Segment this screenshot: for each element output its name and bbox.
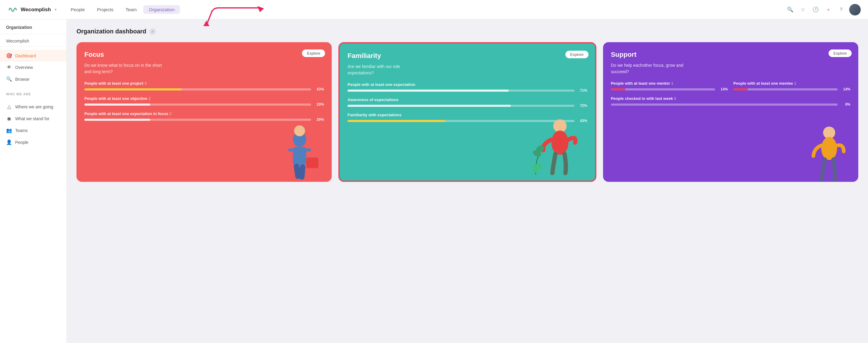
logo-caret[interactable]: ▾ [55,7,57,12]
sidebar-section-items: △ Where we are going ◉ What we stand for… [0,98,66,151]
sidebar-item-browse[interactable]: 🔍 Browse [0,73,66,85]
logo-text: Wecomplish [21,7,51,13]
logo[interactable]: Wecomplish ▾ [7,4,57,15]
familiarity-title: Familiarity [347,52,381,60]
main-content: Organization dashboard ✓ Focus Explore D… [67,20,868,343]
sidebar-label-where-going: Where we are going [15,104,53,109]
focus-subtitle: Do we know what to focus on in the short… [84,62,163,75]
familiarity-illustration [347,128,587,181]
sidebar-label-stand-for: What we stand for [15,116,50,121]
support-mentor-col: People with at least one mentor 1 14% [611,81,728,96]
sidebar-label-dashboard: Dashboard [15,54,36,58]
support-explore-button[interactable]: Explore [829,50,851,57]
search-icon[interactable]: 🔍 [785,5,795,14]
page-settings-badge[interactable]: ✓ [149,28,156,35]
focus-title: Focus [84,51,104,59]
browse-icon: 🔍 [6,76,12,82]
clock-icon[interactable]: 🕐 [811,5,820,14]
support-mentee-col: People with at least one mentee 1 14% [733,81,850,96]
focus-stat-1-label: People with at least one objective 2 [84,96,324,101]
fam-stat-0-pct: 71% [578,88,587,93]
svg-rect-4 [293,147,306,165]
support-checkin-stat: People checked in with last week 0 0% [611,96,850,106]
card-focus: Focus Explore Do we know what to focus o… [76,42,332,182]
overview-icon: 👁 [6,65,12,70]
nav-team[interactable]: Team [120,5,142,14]
familiarity-subtitle: Are we familiar with our role expectatio… [347,63,426,76]
teams-icon: 👥 [6,127,12,133]
triangle-icon: △ [6,104,12,110]
svg-point-3 [294,125,305,136]
support-subtitle: Do we help eachother focus, grow and suc… [611,62,690,75]
card-familiarity: Familiarity Explore Are we familiar with… [338,42,596,182]
add-icon[interactable]: ＋ [824,5,833,14]
focus-explore-button[interactable]: Explore [302,50,325,57]
focus-stat-1: People with at least one objective 2 29% [84,96,324,106]
support-mentee-pct: 14% [841,87,850,91]
support-illustration [611,112,850,182]
focus-stat-2-label: People with at least one expectation in … [84,112,324,116]
svg-rect-8 [299,164,306,180]
dashboard-icon: 🎯 [6,53,12,59]
sidebar-org-header: Organization [0,20,66,34]
sidebar-nav: 🎯 Dashboard 👁 Overview 🔍 Browse [0,47,66,88]
app-body: Organization Wecomplish 🎯 Dashboard 👁 Ov… [0,20,868,343]
focus-stat-0-pct: 43% [314,87,324,91]
support-top-stats: People with at least one mentor 1 14% Pe… [611,81,850,96]
support-mentor-label: People with at least one mentor 1 [611,81,728,86]
nav-projects[interactable]: Projects [92,5,119,14]
logo-icon [7,4,18,15]
avatar[interactable] [849,4,861,15]
focus-stat-0-label: People with at least one project 3 [84,81,324,86]
page-title: Organization dashboard [76,28,146,35]
sidebar-label-browse: Browse [15,77,29,82]
focus-stat-2: People with at least one expectation in … [84,112,324,122]
help-icon[interactable]: ？ [836,5,845,14]
sidebar-item-people[interactable]: 👤 People [0,136,66,148]
page-header: Organization dashboard ✓ [76,28,858,35]
sidebar-item-overview[interactable]: 👁 Overview [0,62,66,73]
focus-stat-0: People with at least one project 3 43% [84,81,324,91]
values-icon: ◉ [6,116,12,121]
focus-illustration [84,127,324,182]
nav-links: People Projects Team Organization [65,5,785,14]
fam-stat-1: Awareness of expectations 72% [347,97,587,108]
topnav-right: 🔍 ☆ 🕐 ＋ ？ [785,4,861,15]
fam-stat-1-label: Awareness of expectations [347,97,587,102]
sidebar-item-dashboard[interactable]: 🎯 Dashboard [0,50,66,62]
sidebar-label-overview: Overview [15,65,33,70]
sidebar: Organization Wecomplish 🎯 Dashboard 👁 Ov… [0,20,67,343]
fam-stat-0: People with at least one expectation 71% [347,82,587,93]
support-checkin-label: People checked in with last week 0 [611,96,850,101]
card-support: Support Explore Do we help eachother foc… [603,42,858,182]
sidebar-section-who-we-are: WHO WE ARE [0,88,66,98]
top-navigation: Wecomplish ▾ People Projects Team Organi… [0,0,868,20]
nav-organization[interactable]: Organization [143,5,180,14]
svg-point-11 [552,130,568,155]
sidebar-label-people: People [15,140,29,145]
sidebar-item-where-going[interactable]: △ Where we are going [0,101,66,113]
cards-row: Focus Explore Do we know what to focus o… [76,42,858,182]
svg-rect-5 [288,149,294,152]
focus-stat-1-pct: 29% [314,102,324,106]
fam-stat-1-pct: 72% [578,103,587,108]
svg-point-17 [821,137,837,160]
sidebar-item-stand-for[interactable]: ◉ What we stand for [0,113,66,124]
fam-stat-0-label: People with at least one expectation [347,82,587,87]
svg-rect-9 [306,158,318,168]
sidebar-label-teams: Teams [15,128,28,133]
support-mentee-label: People with at least one mentee 1 [733,81,850,86]
sidebar-item-teams[interactable]: 👥 Teams [0,124,66,136]
star-icon[interactable]: ☆ [798,5,807,14]
familiarity-explore-button[interactable]: Explore [565,51,588,58]
support-checkin-pct: 0% [841,102,850,106]
support-title: Support [611,51,637,59]
sidebar-company: Wecomplish [0,34,66,47]
svg-rect-6 [305,149,311,152]
nav-people[interactable]: People [65,5,90,14]
support-mentor-pct: 14% [718,87,728,91]
people-icon: 👤 [6,139,12,145]
